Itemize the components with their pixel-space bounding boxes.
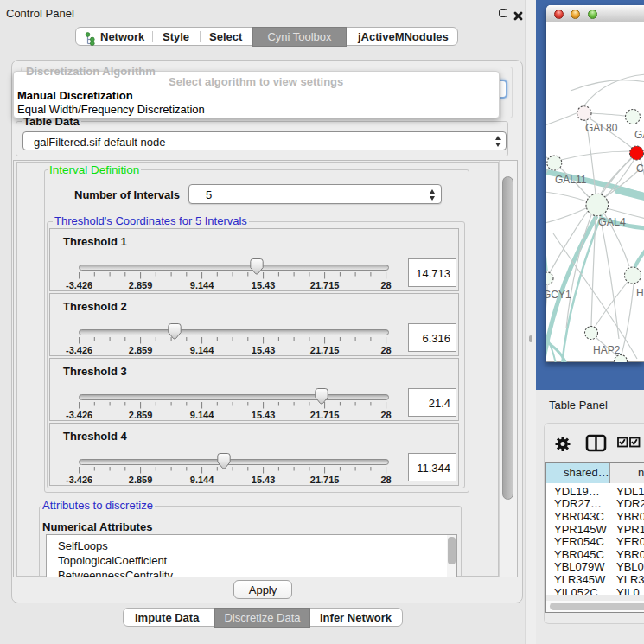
- svg-text:-3.426: -3.426: [66, 475, 92, 485]
- svg-text:28: 28: [380, 410, 391, 420]
- svg-text:2.859: 2.859: [129, 410, 153, 420]
- svg-text:2.859: 2.859: [129, 475, 153, 485]
- svg-text:21.715: 21.715: [310, 280, 340, 290]
- svg-text:C: C: [636, 163, 644, 175]
- svg-text:-3.426: -3.426: [66, 280, 92, 290]
- svg-text:GAL4: GAL4: [598, 216, 626, 228]
- svg-text:GAL80: GAL80: [585, 122, 618, 134]
- svg-text:28: 28: [380, 280, 391, 290]
- svg-text:2.859: 2.859: [129, 280, 153, 290]
- svg-text:H: H: [636, 287, 644, 299]
- svg-text:15.43: 15.43: [252, 280, 276, 290]
- svg-text:-3.426: -3.426: [66, 345, 92, 355]
- svg-text:21.715: 21.715: [310, 345, 340, 355]
- svg-text:HAP2: HAP2: [593, 344, 621, 356]
- svg-text:15.43: 15.43: [252, 475, 276, 485]
- svg-text:-3.426: -3.426: [66, 410, 92, 420]
- svg-text:GA: GA: [634, 129, 644, 141]
- svg-text:9.144: 9.144: [190, 475, 214, 485]
- svg-text:28: 28: [380, 475, 391, 485]
- svg-text:9.144: 9.144: [190, 280, 214, 290]
- svg-text:GAL11: GAL11: [555, 174, 587, 186]
- svg-text:9.144: 9.144: [190, 345, 214, 355]
- svg-text:GCY1: GCY1: [546, 289, 571, 301]
- svg-text:21.715: 21.715: [310, 410, 340, 420]
- svg-text:9.144: 9.144: [190, 410, 214, 420]
- svg-text:21.715: 21.715: [310, 475, 340, 485]
- svg-text:15.43: 15.43: [252, 345, 276, 355]
- svg-text:28: 28: [380, 345, 391, 355]
- svg-text:2.859: 2.859: [129, 345, 153, 355]
- svg-text:15.43: 15.43: [252, 410, 276, 420]
